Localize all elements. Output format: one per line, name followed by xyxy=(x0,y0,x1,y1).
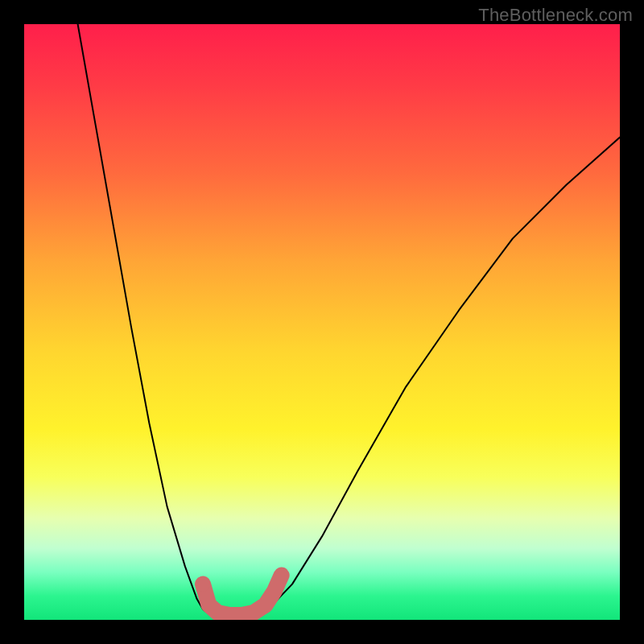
plot-area xyxy=(24,24,620,620)
valley-highlight-dot xyxy=(196,577,210,592)
valley-highlight-stroke xyxy=(203,576,282,616)
watermark-text: TheBottleneck.com xyxy=(478,5,633,26)
outer-frame: TheBottleneck.com xyxy=(0,0,644,644)
bottleneck-curve xyxy=(78,24,620,619)
chart-svg xyxy=(24,24,620,620)
